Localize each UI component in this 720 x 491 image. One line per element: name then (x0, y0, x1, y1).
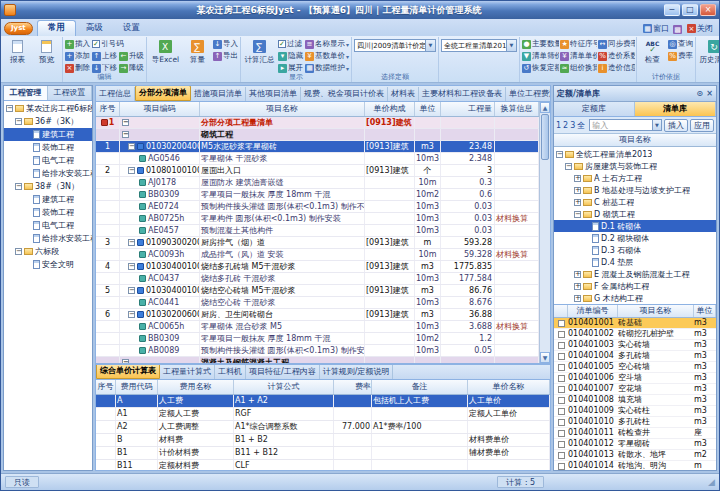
list-price-filter-button[interactable]: ▼清单筛价 (521, 50, 559, 62)
library-tree-item[interactable]: +C 桩基工程 (554, 196, 716, 208)
detail-tab-0[interactable]: 综合单价计算表 (96, 364, 160, 379)
expander-icon[interactable]: − (122, 359, 129, 363)
project-tree-item[interactable]: 给排水安装工程 (4, 167, 92, 180)
list-library-row[interactable]: 010401009实心砖柱m3 (554, 406, 716, 417)
library-tree-item[interactable]: −全统工程量清单2013 (554, 148, 716, 160)
grid-row-list[interactable]: 2−010801001001屋面出入口[0913]建筑个3 (96, 165, 539, 177)
cost-factor-button[interactable]: %造价系数 (597, 50, 635, 62)
restore-quota-button[interactable]: ↺恢复定额 (521, 62, 559, 74)
fee-row[interactable]: B材料费B1 + B2材料费单价 (96, 434, 550, 447)
library-tree-item[interactable]: +F 金属结构工程 (554, 280, 716, 292)
name-display-button[interactable]: ≡名称显示▾ (304, 38, 350, 50)
row-checkbox[interactable] (554, 463, 568, 470)
expander-icon[interactable]: − (128, 287, 135, 294)
library-tree-item[interactable]: +B 地基处理与边坡支护工程 (554, 184, 716, 196)
pin-icon[interactable]: ⊙ (697, 89, 704, 98)
grid-row-section[interactable]: −混凝土及钢筋混凝土工程 (96, 357, 539, 363)
expand-icon[interactable]: + (574, 295, 581, 302)
expander-icon[interactable]: − (128, 167, 135, 174)
detail-tab-2[interactable]: 工料机 (215, 365, 246, 379)
project-tree-item[interactable]: −六标段 (4, 245, 92, 258)
fee-row[interactable]: A2人工费调整A1*综合调整系数77.000A1*费率/100 (96, 421, 550, 434)
promote-button[interactable]: ←升级 (118, 50, 145, 62)
collapse-icon[interactable]: − (15, 248, 22, 255)
list-library-row[interactable]: 010401004多孔砖墙m3 (554, 351, 716, 362)
grid-row-quota[interactable]: AC0437烧结多孔砖 干混砂浆10m3177.584 (96, 273, 539, 285)
ribbon-tab-settings[interactable]: 设置 (113, 21, 150, 36)
document-tab-3[interactable]: 其他项目清单 (246, 87, 301, 101)
grid-row-quota[interactable]: BB0309零星项目一般抹灰 厚度 18mm 干混10m21.2 (96, 333, 539, 345)
expand-icon[interactable]: + (574, 271, 581, 278)
minimize-button[interactable]: ─ (664, 4, 680, 16)
library-tree-item[interactable]: +A 土石方工程 (554, 172, 716, 184)
query-button[interactable]: ◎查询 (667, 38, 694, 50)
skin-button[interactable]: ▩ (673, 25, 683, 34)
column-header[interactable]: 单位 (415, 102, 441, 116)
row-checkbox[interactable] (554, 375, 568, 382)
tab-project-settings[interactable]: 工程设置 (48, 86, 92, 100)
search-scope-1[interactable]: 2 (563, 121, 568, 130)
row-checkbox[interactable] (554, 452, 568, 459)
preview-button[interactable]: 预览 (32, 38, 61, 65)
base-price-button[interactable]: ¥基数单价▾ (304, 50, 350, 62)
collapse-icon[interactable]: − (565, 163, 572, 170)
grid-row-section[interactable]: −砌筑工程 (96, 129, 539, 141)
vertical-scrollbar[interactable]: ▲ ▼ (539, 102, 550, 363)
collapse-icon[interactable]: − (556, 151, 563, 158)
project-tree-item[interactable]: 装饰工程 (4, 206, 92, 219)
library-tree-item[interactable]: −D 砌筑工程 (554, 208, 716, 220)
document-tab-4[interactable]: 规费、税金项目计价表 (301, 87, 388, 101)
check-button[interactable]: ABC✓ 检查 (638, 38, 667, 65)
project-tree-item[interactable]: 建筑工程 (4, 193, 92, 206)
column-header[interactable]: 换算信息 (495, 102, 539, 116)
seq-number-checkbox[interactable]: ✓引号码 (91, 38, 145, 50)
tab-project-manage[interactable]: 工程管理 (4, 86, 48, 100)
library-tree-item[interactable]: D.3 石砌体 (554, 244, 716, 256)
grid-row-list[interactable]: 6−010302006001厨房、卫生间砖砌台[0913]建筑m336.88 (96, 309, 539, 321)
row-checkbox[interactable] (554, 408, 568, 415)
list-library-row[interactable]: 010401008填充墙m3 (554, 395, 716, 406)
column-header[interactable]: 项目名称 (200, 102, 365, 116)
row-checkbox[interactable] (554, 353, 568, 360)
row-checkbox[interactable] (554, 320, 568, 327)
list-library-row[interactable]: 010401005空心砖墙m3 (554, 362, 716, 373)
column-header[interactable]: 序号 (96, 102, 120, 116)
column-header[interactable]: 单价名称 (468, 380, 550, 394)
grid-row-quota[interactable]: AG0546零星砌体 干混砂浆10m32.348 (96, 153, 539, 165)
list-library-row[interactable]: 010401002砖砌挖孔桩护壁m3 (554, 329, 716, 340)
tab-quota-library[interactable]: 定额库 (554, 102, 635, 116)
document-tab-5[interactable]: 材料表 (388, 87, 419, 101)
close-button[interactable]: × (700, 4, 716, 16)
main-quantity-button[interactable]: ●主要数量 (521, 38, 559, 50)
insert-item-button[interactable]: 插入 (664, 119, 688, 132)
column-header[interactable]: 清单编号 (568, 305, 618, 317)
grid-row-quota[interactable]: AB0089预制构件接头灌缝 圆形(体积<0.1m3) 制作安装10m30.05 (96, 345, 539, 357)
grid-row-total[interactable]: 1−分部分项工程量清单[0913]建筑 (96, 117, 539, 129)
list-library-row[interactable]: 010401013砖散水、地坪m2 (554, 450, 716, 461)
document-tab-1[interactable]: 分部分项清单 (135, 85, 191, 101)
document-tab-6[interactable]: 主要材料和工程设备表 (419, 87, 506, 101)
row-checkbox[interactable] (554, 397, 568, 404)
list-library-row[interactable]: 010401006空斗墙m3 (554, 373, 716, 384)
column-header[interactable]: 单价构成 (365, 102, 415, 116)
list-library-row[interactable]: 010401014砖地沟、明沟m (554, 461, 716, 470)
move-up-button[interactable]: ↑上移 (91, 50, 118, 62)
fee-row[interactable]: B1计价材料费B11 + B12辅材费单价 (96, 447, 550, 460)
grid-row-list[interactable]: 3−010903002001厨房排气（烟）道[0913]建筑m593.28 (96, 237, 539, 249)
feature-seq-button[interactable]: ★特征序号 (559, 38, 597, 50)
library-tree-item[interactable]: D.1 砖砌体 (554, 220, 716, 232)
project-tree-item[interactable]: −某农迁房工程6标段 (4, 102, 92, 115)
project-tree-item[interactable]: 电气工程 (4, 154, 92, 167)
import-button[interactable]: ↓导入 (212, 38, 239, 50)
expander-icon[interactable]: − (128, 263, 135, 270)
project-tree-item[interactable]: −38#（3N） (4, 180, 92, 193)
project-tree-item[interactable]: 给排水安装工程 (4, 232, 92, 245)
list-unit-price-button[interactable]: ¥清单单价 (559, 50, 597, 62)
window-menu-button[interactable]: ▦窗口 (643, 23, 669, 34)
apply-button[interactable]: 应用 (690, 119, 714, 132)
column-header[interactable]: 费率 (334, 380, 372, 394)
row-checkbox[interactable] (554, 342, 568, 349)
list-library-row[interactable]: 010401012零星砌砖m3 (554, 439, 716, 450)
app-logo[interactable]: Jyst (4, 22, 33, 35)
report-button[interactable]: 报表 (3, 38, 32, 65)
